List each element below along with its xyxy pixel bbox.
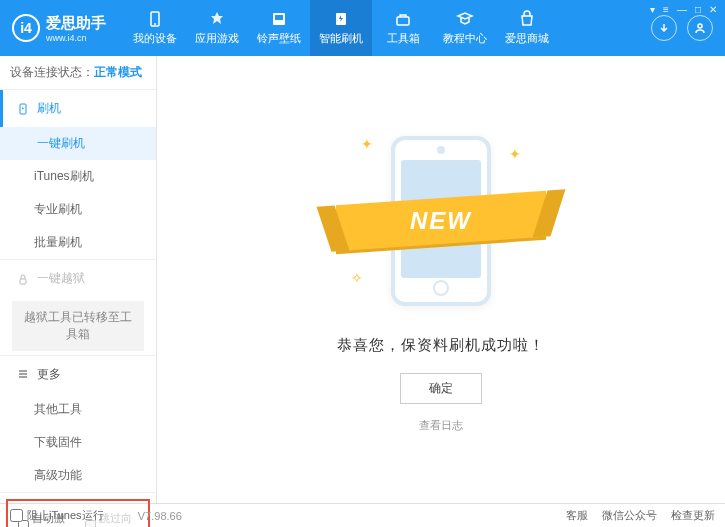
svg-point-6 — [698, 24, 702, 28]
sidebar-item-firmware[interactable]: 下载固件 — [0, 426, 156, 459]
header: i4 爱思助手 www.i4.cn 我的设备 应用游戏 铃声壁纸 智能刷机 工具… — [0, 0, 725, 56]
sidebar-item-other[interactable]: 其他工具 — [0, 393, 156, 426]
sidebar-flash-header[interactable]: 刷机 — [0, 90, 156, 127]
block-itunes-checkbox[interactable]: 阻止iTunes运行 — [10, 508, 104, 523]
top-nav: 我的设备 应用游戏 铃声壁纸 智能刷机 工具箱 教程中心 爱思商城 — [124, 0, 651, 56]
nav-tutorials[interactable]: 教程中心 — [434, 0, 496, 56]
maximize-icon[interactable]: □ — [695, 4, 701, 15]
logo-icon: i4 — [12, 14, 40, 42]
nav-smart-flash[interactable]: 智能刷机 — [310, 0, 372, 56]
sidebar-item-batch[interactable]: 批量刷机 — [0, 226, 156, 259]
svg-rect-5 — [397, 17, 409, 25]
sidebar-item-advanced[interactable]: 高级功能 — [0, 459, 156, 492]
nav-toolbox[interactable]: 工具箱 — [372, 0, 434, 56]
success-illustration: ✦ ✦ ✧ NEW — [331, 126, 551, 316]
lock-icon — [17, 273, 29, 285]
nav-apps-games[interactable]: 应用游戏 — [186, 0, 248, 56]
svg-rect-8 — [20, 279, 26, 284]
svg-rect-3 — [275, 15, 283, 20]
download-button[interactable] — [651, 15, 677, 41]
sidebar-item-pro[interactable]: 专业刷机 — [0, 193, 156, 226]
list-icon — [17, 368, 29, 380]
jailbreak-note: 越狱工具已转移至工具箱 — [12, 301, 144, 351]
nav-ringtones[interactable]: 铃声壁纸 — [248, 0, 310, 56]
app-name: 爱思助手 — [46, 14, 106, 33]
ribbon-text: NEW — [410, 207, 472, 235]
minimize-icon[interactable]: — — [677, 4, 687, 15]
main-content: ✦ ✦ ✧ NEW 恭喜您，保资料刷机成功啦！ 确定 查看日志 — [157, 56, 725, 503]
footer-link-support[interactable]: 客服 — [566, 508, 588, 523]
sidebar-jailbreak-header[interactable]: 一键越狱 — [0, 260, 156, 297]
sidebar-more-header[interactable]: 更多 — [0, 356, 156, 393]
sidebar-item-itunes[interactable]: iTunes刷机 — [0, 160, 156, 193]
ok-button[interactable]: 确定 — [400, 373, 482, 404]
tools-icon[interactable]: ≡ — [663, 4, 669, 15]
logo: i4 爱思助手 www.i4.cn — [12, 14, 106, 43]
app-url: www.i4.cn — [46, 33, 106, 43]
menu-icon[interactable]: ▾ — [650, 4, 655, 15]
success-message: 恭喜您，保资料刷机成功啦！ — [337, 336, 545, 355]
view-log-link[interactable]: 查看日志 — [419, 418, 463, 433]
footer-link-wechat[interactable]: 微信公众号 — [602, 508, 657, 523]
flash-icon — [17, 103, 29, 115]
user-button[interactable] — [687, 15, 713, 41]
connection-status: 设备连接状态：正常模式 — [0, 56, 156, 90]
sidebar-item-oneclick[interactable]: 一键刷机 — [0, 127, 156, 160]
sidebar: 设备连接状态：正常模式 刷机 一键刷机 iTunes刷机 专业刷机 批量刷机 一… — [0, 56, 157, 503]
nav-store[interactable]: 爱思商城 — [496, 0, 558, 56]
footer-link-update[interactable]: 检查更新 — [671, 508, 715, 523]
nav-my-device[interactable]: 我的设备 — [124, 0, 186, 56]
close-icon[interactable]: ✕ — [709, 4, 717, 15]
version-label: V7.98.66 — [138, 510, 182, 522]
